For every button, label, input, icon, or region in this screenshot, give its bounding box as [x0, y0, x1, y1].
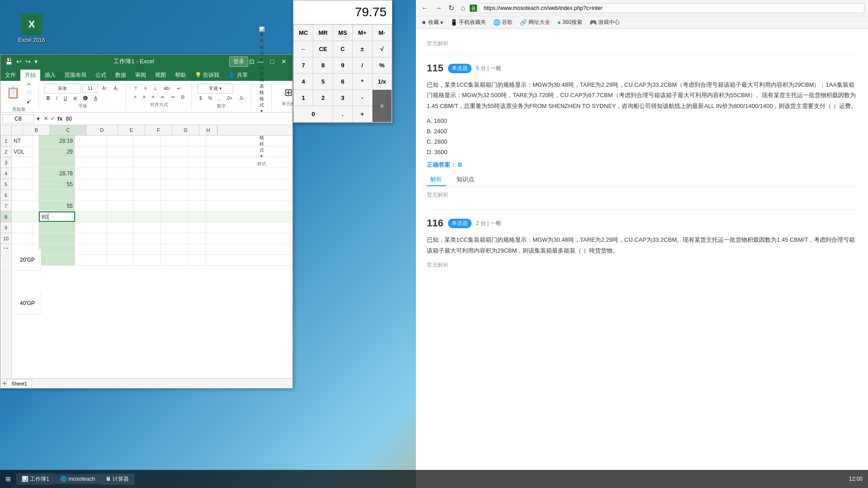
cell-e1[interactable]	[107, 136, 134, 146]
cell-h8[interactable]	[188, 211, 206, 222]
ribbon-expand-btn[interactable]: ⊡	[248, 57, 255, 66]
fill-btn[interactable]: 🅐	[81, 94, 90, 102]
cell-f3[interactable]	[134, 157, 161, 168]
cell-c7[interactable]: 55	[39, 201, 75, 211]
tab-help[interactable]: 帮助	[170, 70, 190, 81]
cell-c3[interactable]	[39, 157, 75, 168]
number-format-btn[interactable]: 常规 ▾	[197, 84, 233, 94]
tab-home[interactable]: 开始	[20, 70, 40, 81]
bookmark-favorites[interactable]: ★ 收藏 ▾	[420, 18, 445, 27]
merge-btn[interactable]: ⊟	[179, 93, 187, 101]
calc-percent[interactable]: %	[373, 57, 392, 73]
taskbar-excel[interactable]: 📊 工作簿1	[16, 474, 55, 485]
font-name-btn[interactable]: 宋体	[44, 84, 80, 94]
cell-e7[interactable]	[107, 201, 134, 211]
calc-9[interactable]: 9	[333, 57, 352, 73]
font-size-btn[interactable]: 11	[82, 84, 98, 93]
cell-h1[interactable]	[188, 136, 206, 146]
cell-g4[interactable]	[161, 168, 188, 178]
formula-input[interactable]	[64, 115, 291, 123]
align-left-btn[interactable]: ≡	[132, 93, 139, 101]
calc-6[interactable]: 6	[333, 74, 352, 89]
confirm-formula-icon[interactable]: ✓	[51, 116, 55, 122]
undo-quick-btn[interactable]: ↩	[15, 57, 23, 66]
decrease-font-btn[interactable]: A↓	[112, 84, 122, 92]
cell-d6[interactable]	[75, 190, 107, 200]
dec-inc-btn[interactable]: .0+	[224, 94, 235, 102]
sheet-tab-1[interactable]: Sheet1	[6, 380, 32, 387]
refresh-btn[interactable]: ↻	[447, 3, 456, 13]
cell-b6[interactable]	[12, 190, 39, 200]
cut-btn[interactable]: ✂	[24, 80, 34, 88]
option-c[interactable]: C. 2800	[427, 137, 857, 146]
cell-g1[interactable]	[161, 136, 188, 146]
cell-e8[interactable]	[107, 211, 134, 222]
underline-btn[interactable]: U	[61, 94, 69, 102]
copy-btn[interactable]: 📄	[24, 89, 34, 97]
calc-multiply[interactable]: *	[353, 74, 372, 89]
excel-desktop-icon[interactable]: X Excel 2016	[14, 14, 50, 43]
calc-backspace[interactable]: ←	[294, 41, 313, 57]
close-btn[interactable]: ✕	[279, 56, 289, 66]
cell-d2[interactable]	[75, 146, 107, 157]
calc-mminus[interactable]: M-	[373, 25, 392, 41]
forward-btn[interactable]: →	[433, 3, 444, 13]
cell-c4[interactable]: 28.78	[39, 168, 75, 178]
cell-f2[interactable]	[134, 146, 161, 157]
calc-8[interactable]: 8	[313, 57, 332, 73]
table-format-btn[interactable]: 🗃 套用表格格式 ▾	[257, 64, 267, 115]
cell-h2[interactable]	[188, 146, 206, 157]
cell-f8[interactable]	[134, 211, 161, 222]
cell-a-merged-20gp[interactable]: 20'GP	[14, 249, 41, 271]
login-btn[interactable]: 登录	[229, 56, 248, 67]
address-bar[interactable]	[480, 3, 864, 13]
cell-b5[interactable]	[12, 179, 39, 189]
cell-g2[interactable]	[161, 146, 188, 157]
tab-pagelayout[interactable]: 页面布局	[60, 70, 91, 81]
align-right-btn[interactable]: ≡	[150, 93, 157, 101]
cell-b7[interactable]	[12, 201, 39, 211]
option-a[interactable]: A. 1600	[427, 117, 857, 125]
calc-divide[interactable]: /	[353, 57, 372, 73]
paste-btn[interactable]: 📋	[4, 85, 22, 100]
increase-font-btn[interactable]: A↑	[100, 84, 110, 92]
taskbar-calc[interactable]: 🖩 计算器	[100, 474, 134, 485]
bookmark-games[interactable]: 🎮 游戏中心	[588, 18, 622, 27]
calc-equals[interactable]: =	[373, 90, 392, 122]
bold-btn[interactable]: B	[44, 94, 52, 102]
align-middle-btn[interactable]: ≡	[142, 84, 149, 92]
tab-share[interactable]: 👤 共享	[224, 70, 252, 81]
align-bottom-btn[interactable]: ⊥	[151, 84, 160, 92]
italic-btn[interactable]: I	[54, 94, 60, 102]
cell-e3[interactable]	[107, 157, 134, 168]
cell-b4[interactable]	[12, 168, 39, 178]
cell-d7[interactable]	[75, 201, 107, 211]
option-d[interactable]: D. 3600	[427, 148, 857, 156]
cell-h6[interactable]	[188, 190, 206, 200]
tab-tellme[interactable]: 💡 告诉我	[190, 70, 224, 81]
currency-btn[interactable]: $	[197, 94, 204, 102]
tab-knowledge[interactable]: 知识点	[453, 174, 478, 186]
cond-format-btn[interactable]: 📊 条件格式 ▾	[257, 25, 267, 63]
tab-review[interactable]: 审阅	[131, 70, 151, 81]
back-btn[interactable]: ←	[420, 3, 430, 13]
tab-data[interactable]: 数据	[111, 70, 131, 81]
calc-plus[interactable]: +	[353, 106, 372, 122]
calc-4[interactable]: 4	[294, 74, 313, 89]
cell-b1[interactable]: NT	[12, 136, 39, 146]
calc-5[interactable]: 5	[313, 74, 332, 89]
cell-h3[interactable]	[188, 157, 206, 168]
indent-dec-btn[interactable]: ⇐	[159, 93, 167, 101]
save-quick-btn[interactable]: 💾	[4, 57, 14, 66]
cell-c2[interactable]: 29	[39, 146, 75, 157]
calc-mr[interactable]: MR	[313, 25, 332, 41]
format-painter-btn[interactable]: 🖌	[24, 98, 34, 105]
cancel-formula-icon[interactable]: ✕	[44, 116, 48, 122]
percent-btn[interactable]: %	[206, 94, 214, 102]
tab-insert[interactable]: 插入	[40, 70, 60, 81]
calc-ms[interactable]: MS	[333, 25, 352, 41]
tab-formula[interactable]: 公式	[91, 70, 111, 81]
cell-f4[interactable]	[134, 168, 161, 178]
cell-g5[interactable]	[161, 179, 188, 189]
cell-f1[interactable]	[134, 136, 161, 146]
